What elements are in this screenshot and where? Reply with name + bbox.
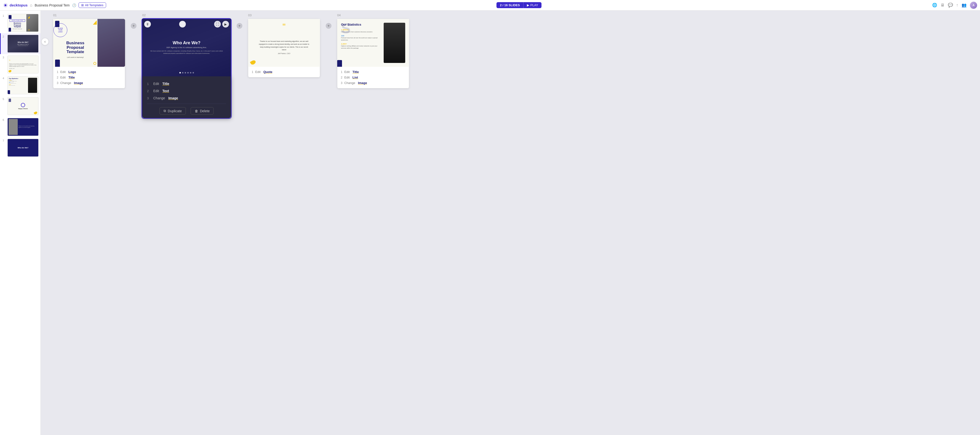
slide-02-context-menu: 1 Edit Title 2 Edit Text 3 Change Image bbox=[142, 76, 231, 118]
slide-02-expand-btn[interactable]: ⛶ bbox=[214, 21, 221, 27]
slide-04-stat-2-desc: Podcast hosts from all over the world ar… bbox=[341, 37, 381, 41]
slide-01-logo: PLACEYOURLOGO bbox=[53, 23, 67, 37]
sidebar-slide-6[interactable]: 6 Thanks to our focused team and marketi… bbox=[0, 116, 40, 137]
slide-02-controls: 🎙 ⛶ ▶ bbox=[144, 21, 229, 27]
globe-icon[interactable]: 🌐 bbox=[932, 3, 937, 8]
plus-icon-1[interactable]: + bbox=[131, 23, 137, 29]
slide-04-stat-3-desc: Highest ranking affiliate and review net… bbox=[341, 45, 381, 49]
slide-04-content: S Our Statistics 1 Million Connections t… bbox=[337, 19, 409, 67]
sidebar-slide-5[interactable]: 5 Happy Clients bbox=[0, 96, 40, 116]
navbar: decktopus ⌂ Business Proposal Tem 🕐 ⊞ Al… bbox=[0, 0, 980, 11]
context-divider bbox=[147, 103, 226, 104]
slide-03-quote-mark: " bbox=[248, 24, 320, 31]
thumbnail-4: S Our Statistics 1 Million Connections t… bbox=[8, 76, 38, 94]
slide-04-shape bbox=[337, 60, 342, 67]
slide-01-title: BusinessProposalTemplate bbox=[53, 41, 97, 54]
nav-arrow-left[interactable]: ‹ bbox=[42, 38, 48, 45]
hint-change-image-s04[interactable]: 3 Change Image bbox=[341, 80, 406, 86]
canvas-area: ‹ 01 PLACEYOURLOGO BusinessProposalTempl… bbox=[41, 11, 980, 435]
hint-edit-title-s01[interactable]: 2 Edit Title bbox=[57, 75, 121, 80]
context-item-edit-title[interactable]: 1 Edit Title bbox=[147, 80, 226, 87]
slide-04-heading: Our Statistics bbox=[341, 23, 381, 26]
document-title: Business Proposal Tem bbox=[35, 3, 70, 7]
hint-edit-logo[interactable]: 1 Edit Logo bbox=[57, 69, 121, 75]
sidebar-slide-4[interactable]: 4 S Our Statistics 1 Million Connections… bbox=[0, 75, 40, 96]
sidebar-slide-7[interactable]: 7 Who Are We? bbox=[0, 137, 40, 158]
dot-3[interactable] bbox=[185, 72, 186, 73]
plus-icon-2[interactable]: + bbox=[237, 23, 242, 29]
all-templates-button[interactable]: ⊞ All Templates bbox=[78, 2, 106, 8]
slide-03-author: Jeff Parker, CEO bbox=[278, 52, 291, 54]
slide-01-image bbox=[97, 19, 125, 67]
trash-icon: 🗑 bbox=[195, 109, 198, 113]
slide-01-shape-bottom bbox=[55, 60, 60, 67]
slides-play-group: 2 / 16 SLIDES ▶ PLAY bbox=[496, 2, 541, 8]
context-item-edit-text[interactable]: 2 Edit Text bbox=[147, 87, 226, 95]
thumbnail-3: " Thanks to our focused team and marketi… bbox=[8, 56, 38, 73]
slide-01-header: 01 bbox=[53, 11, 125, 19]
duplicate-button[interactable]: ⧉ Duplicate bbox=[159, 107, 186, 114]
duplicate-icon: ⧉ bbox=[164, 109, 166, 113]
main-layout: 1 PLACE YOUR LOGO BusinessProposalTempla… bbox=[0, 11, 980, 435]
add-column-btn-1[interactable]: + bbox=[131, 11, 137, 29]
slide-card-4[interactable]: S Our Statistics 1 Million Connections t… bbox=[337, 19, 409, 88]
share-icon[interactable]: ↑ bbox=[956, 3, 958, 8]
slide-column-1: 01 PLACEYOURLOGO BusinessProposalTemplat… bbox=[48, 11, 131, 88]
slide-03-content: " Thanks to our focused team and marketi… bbox=[248, 19, 320, 67]
add-column-btn-3[interactable]: + bbox=[326, 11, 331, 29]
slide-card-2[interactable]: 🎙 ⛶ ▶ bbox=[142, 19, 231, 118]
hint-edit-list-s04[interactable]: 2 Edit List bbox=[341, 75, 406, 80]
slide-02-dots bbox=[142, 72, 231, 73]
slide-01-content: PLACEYOURLOGO BusinessProposalTemplate L… bbox=[53, 19, 125, 67]
slide-04-header: 04 bbox=[337, 11, 409, 19]
play-button[interactable]: ▶ PLAY bbox=[523, 2, 541, 8]
dot-1[interactable] bbox=[180, 72, 181, 73]
slide-02-grid-btn[interactable] bbox=[179, 21, 186, 27]
slide-01-edit-hints: 1 Edit Logo 2 Edit Title 3 Change Image bbox=[53, 67, 125, 88]
dot-6[interactable] bbox=[192, 72, 194, 73]
thumbnail-5: Happy Clients bbox=[8, 97, 38, 115]
dot-5[interactable] bbox=[190, 72, 191, 73]
thumbnail-1: PLACE YOUR LOGO BusinessProposalTemplate… bbox=[8, 14, 38, 32]
hint-change-image-s01[interactable]: 3 Change Image bbox=[57, 80, 121, 86]
slide-02-text-content: Who Are We? DEF Agency is the #1 softwar… bbox=[142, 40, 231, 54]
add-column-btn-2[interactable]: + bbox=[237, 11, 242, 29]
delete-button[interactable]: 🗑 Delete bbox=[191, 107, 214, 114]
monitor-icon[interactable]: 🖥 bbox=[940, 3, 945, 8]
slide-02-play-btn[interactable]: ▶ bbox=[222, 21, 229, 27]
home-icon[interactable]: ⌂ bbox=[30, 3, 32, 8]
slide-01-circle-dot bbox=[94, 62, 96, 65]
slide-04-stat-3: 2,000+ Highest ranking affiliate and rev… bbox=[341, 43, 381, 49]
slide-02-header: 02 bbox=[142, 11, 231, 19]
hint-edit-title-s04[interactable]: 1 Edit Title bbox=[341, 69, 406, 75]
sidebar-slide-1[interactable]: 1 PLACE YOUR LOGO BusinessProposalTempla… bbox=[0, 13, 40, 33]
sidebar-slide-2[interactable]: 2 Who Are We? DEF Agency is the #1 softw… bbox=[0, 33, 40, 54]
navbar-right: 🌐 🖥 💬 ↑ 👥 A bbox=[932, 2, 977, 9]
dot-2[interactable] bbox=[182, 72, 183, 73]
navbar-center: 2 / 16 SLIDES ▶ PLAY bbox=[108, 2, 930, 8]
comment-icon[interactable]: 💬 bbox=[948, 3, 953, 8]
sidebar-slide-3[interactable]: 3 " Thanks to our focused team and marke… bbox=[0, 54, 40, 75]
slide-03-leaf bbox=[250, 60, 256, 65]
slide-02-content: 🎙 ⛶ ▶ bbox=[142, 19, 231, 76]
slide-02-heading: Who Are We? bbox=[147, 40, 226, 46]
context-item-change-image[interactable]: 3 Change Image bbox=[147, 95, 226, 102]
slide-card-3[interactable]: " Thanks to our focused team and marketi… bbox=[248, 19, 320, 77]
slide-card-1[interactable]: PLACEYOURLOGO BusinessProposalTemplate L… bbox=[53, 19, 125, 88]
slide-01-yellow-tri bbox=[93, 20, 97, 25]
user-avatar[interactable]: A bbox=[970, 2, 977, 9]
slide-01-subtitle: Let's work in harmony! bbox=[53, 57, 97, 58]
dot-4[interactable] bbox=[187, 72, 189, 73]
play-icon: ▶ bbox=[527, 3, 529, 7]
slides-sidebar: 1 PLACE YOUR LOGO BusinessProposalTempla… bbox=[0, 11, 41, 435]
slide-column-4: 04 S Our Statistics 1 Million Connection… bbox=[331, 11, 415, 88]
hint-edit-quote[interactable]: 1 Edit Quote bbox=[252, 69, 317, 75]
app-name: decktopus bbox=[10, 3, 27, 7]
slide-02-mic-btn[interactable]: 🎙 bbox=[144, 21, 151, 27]
app-logo[interactable]: decktopus bbox=[3, 3, 27, 8]
users-icon[interactable]: 👥 bbox=[962, 3, 967, 8]
slide-04-edit-hints: 1 Edit Title 2 Edit List 3 Change Image bbox=[337, 67, 409, 88]
plus-icon-3[interactable]: + bbox=[326, 23, 331, 29]
slide-02-body: We have worked with 40+ software compani… bbox=[147, 50, 226, 54]
history-icon[interactable]: 🕐 bbox=[72, 3, 76, 7]
